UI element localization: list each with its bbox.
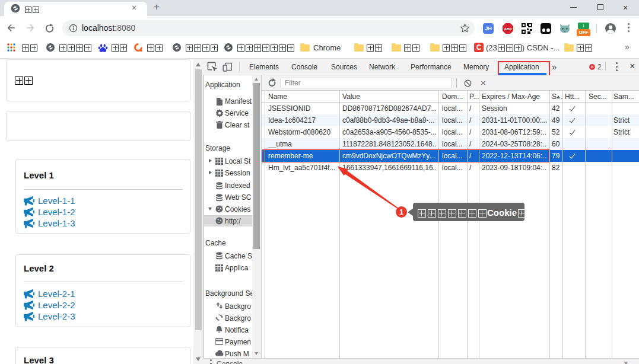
svg-text:ABP: ABP [504, 27, 511, 31]
